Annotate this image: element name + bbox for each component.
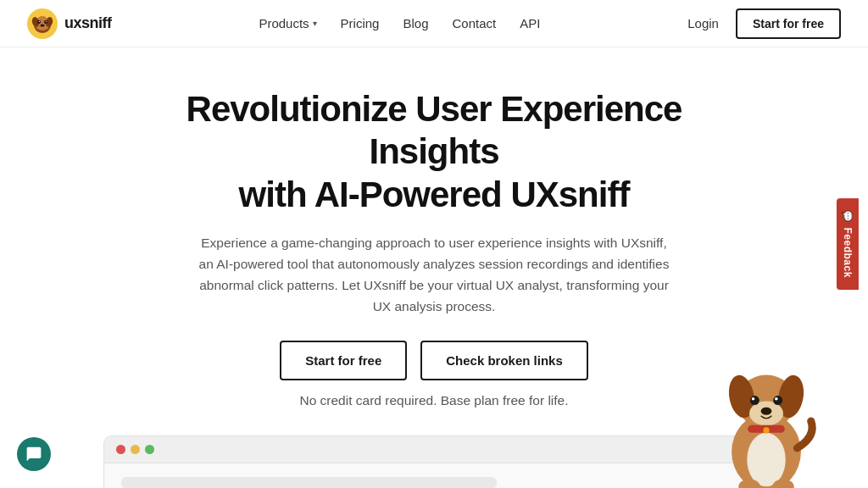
dog-svg <box>698 329 834 488</box>
svg-point-8 <box>39 20 40 21</box>
nav-pricing[interactable]: Pricing <box>341 16 380 30</box>
feedback-tab[interactable]: 💬 Feedback <box>837 198 859 290</box>
navbar: uxsniff Products ▾ Pricing Blog Contact … <box>0 0 868 47</box>
browser-dot-green <box>145 445 154 454</box>
chat-icon <box>25 446 42 463</box>
svg-point-10 <box>41 24 45 26</box>
logo-link[interactable]: uxsniff <box>27 8 112 39</box>
logo-icon <box>27 8 58 39</box>
svg-point-6 <box>37 20 41 24</box>
hero-description: Experience a game-changing approach to u… <box>197 233 671 317</box>
no-credit-card-notice: No credit card required. Base plan free … <box>299 391 568 412</box>
svg-point-18 <box>747 433 785 487</box>
browser-topbar <box>104 436 764 463</box>
nav-login[interactable]: Login <box>687 16 719 30</box>
nav-links: Products ▾ Pricing Blog Contact API <box>259 16 540 31</box>
feedback-icon: 💬 <box>843 210 854 223</box>
hero-buttons: Start for free Check broken links <box>280 341 588 380</box>
chat-widget[interactable] <box>17 437 51 471</box>
svg-point-23 <box>750 396 760 405</box>
svg-point-7 <box>44 20 47 24</box>
svg-point-29 <box>763 428 769 434</box>
browser-mockup-area: + HEATMAPS <box>103 435 765 488</box>
hero-section: Revolutionize User Experience Insights w… <box>0 47 868 488</box>
nav-products[interactable]: Products ▾ <box>259 16 316 30</box>
nav-api[interactable]: API <box>520 16 540 30</box>
feedback-label: Feedback <box>842 228 854 278</box>
svg-point-26 <box>775 397 778 401</box>
browser-body <box>104 463 764 488</box>
nav-actions: Login Start for free <box>687 8 841 39</box>
svg-point-24 <box>773 396 782 405</box>
svg-point-9 <box>46 20 47 21</box>
browser-content-bar-1 <box>121 477 497 488</box>
svg-point-27 <box>761 408 772 415</box>
hero-broken-links-button[interactable]: Check broken links <box>420 341 588 380</box>
logo-text: uxsniff <box>64 14 112 32</box>
nav-start-button[interactable]: Start for free <box>736 8 841 39</box>
browser-mockup <box>103 435 765 488</box>
hero-heading: Revolutionize User Experience Insights w… <box>137 88 731 216</box>
nav-blog[interactable]: Blog <box>403 16 428 30</box>
svg-point-25 <box>752 397 755 401</box>
nav-contact[interactable]: Contact <box>452 16 496 30</box>
dog-illustration <box>698 329 834 488</box>
browser-dot-yellow <box>131 445 140 454</box>
chevron-down-icon: ▾ <box>313 19 317 28</box>
browser-dot-red <box>116 445 125 454</box>
hero-start-button[interactable]: Start for free <box>280 341 407 380</box>
